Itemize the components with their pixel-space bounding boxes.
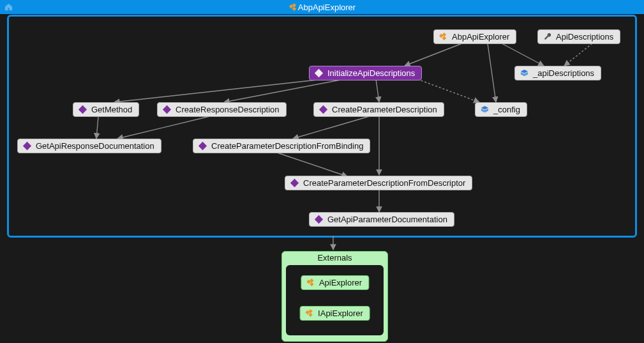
svg-line-16 <box>417 79 479 102</box>
node-createresponsedescription[interactable]: CreateResponseDescription <box>157 102 287 117</box>
svg-line-6 <box>114 79 323 102</box>
svg-line-12 <box>117 116 210 139</box>
svg-rect-27 <box>315 215 323 224</box>
wrench-icon <box>543 32 552 42</box>
node-label: CreateParameterDescriptionFromBinding <box>211 141 363 151</box>
svg-rect-34 <box>308 313 313 317</box>
node-config[interactable]: _config <box>475 102 527 117</box>
class-icon <box>438 32 448 42</box>
ext-node-apiexplorer[interactable]: ApiExplorer <box>301 275 369 290</box>
field-icon <box>480 105 490 114</box>
svg-line-5 <box>502 43 544 66</box>
node-getapiresponsedocumentation[interactable]: GetApiResponseDocumentation <box>17 139 161 153</box>
node-label: ApiDescriptions <box>556 32 613 42</box>
window-titlebar: AbpApiExplorer <box>0 0 644 14</box>
node-createparameterdescription[interactable]: CreateParameterDescription <box>313 102 444 117</box>
svg-rect-22 <box>163 105 171 114</box>
svg-rect-26 <box>290 179 299 187</box>
node-label: IApiExplorer <box>318 309 363 318</box>
method-icon <box>314 215 324 224</box>
node-getapiparameterdocumentation[interactable]: GetApiParameterDocumentation <box>309 212 454 227</box>
svg-rect-31 <box>309 282 313 287</box>
svg-rect-2 <box>292 6 296 11</box>
method-icon <box>162 105 172 114</box>
svg-line-11 <box>96 116 98 139</box>
externals-frame: Externals ApiExplorer IApiExplorer <box>281 251 388 342</box>
node-label: CreateParameterDescription <box>332 105 437 114</box>
svg-line-4 <box>488 43 496 102</box>
svg-line-7 <box>224 79 344 102</box>
class-icon <box>306 278 315 287</box>
node-initializeapidescriptions[interactable]: InitializeApiDescriptions <box>309 66 422 80</box>
node-abpapiexplorer[interactable]: AbpApiExplorer <box>433 29 516 44</box>
method-icon <box>22 141 32 151</box>
node-label: _config <box>493 105 520 114</box>
node-apidescriptions[interactable]: ApiDescriptions <box>537 29 620 44</box>
method-icon <box>290 178 299 188</box>
externals-inner: ApiExplorer IApiExplorer <box>286 265 384 335</box>
method-icon <box>318 105 328 114</box>
svg-rect-25 <box>198 142 207 150</box>
node-label: _apiDescriptions <box>533 68 594 78</box>
method-icon <box>198 141 207 151</box>
ext-node-iapiexplorer[interactable]: IApiExplorer <box>299 306 370 321</box>
externals-title: Externals <box>282 252 387 265</box>
node-label: CreateParameterDescriptionFromDescriptor <box>303 178 465 188</box>
method-icon <box>314 68 324 78</box>
field-icon <box>520 68 529 78</box>
node-getmethod[interactable]: GetMethod <box>73 102 139 117</box>
svg-line-15 <box>564 43 592 66</box>
svg-rect-23 <box>319 105 327 114</box>
class-icon <box>304 309 314 318</box>
node-apidescriptions-field[interactable]: _apiDescriptions <box>514 66 601 80</box>
node-label: CreateResponseDescription <box>176 105 280 114</box>
svg-rect-21 <box>79 105 87 114</box>
node-label: GetApiParameterDocumentation <box>327 215 447 224</box>
node-label: GetApiResponseDocumentation <box>36 141 154 151</box>
home-icon[interactable] <box>4 2 13 13</box>
class-icon <box>288 3 298 12</box>
svg-rect-20 <box>315 69 323 77</box>
svg-rect-19 <box>442 36 447 41</box>
svg-line-8 <box>376 79 379 102</box>
node-label: AbpApiExplorer <box>452 32 509 42</box>
svg-line-3 <box>405 43 462 66</box>
svg-line-13 <box>277 153 347 176</box>
node-fromBinding[interactable]: CreateParameterDescriptionFromBinding <box>193 139 370 153</box>
diagram-arrows <box>9 17 638 236</box>
method-icon <box>78 105 87 114</box>
node-fromDescriptor[interactable]: CreateParameterDescriptionFromDescriptor <box>285 176 472 190</box>
diagram-frame: AbpApiExplorer ApiDescriptions Initializ… <box>7 15 637 238</box>
window-title: AbpApiExplorer <box>298 3 356 12</box>
node-label: ApiExplorer <box>319 278 362 287</box>
svg-rect-24 <box>23 142 31 150</box>
node-label: InitializeApiDescriptions <box>327 68 415 78</box>
svg-line-10 <box>293 116 370 139</box>
node-label: GetMethod <box>91 105 132 114</box>
